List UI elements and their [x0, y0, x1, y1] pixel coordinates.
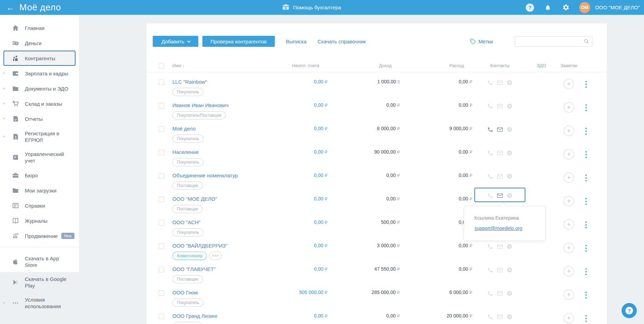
row-checkbox[interactable]	[159, 80, 164, 85]
row-menu-button[interactable]	[583, 151, 590, 158]
row-menu-button[interactable]	[583, 128, 590, 135]
sidebar-item-sklad-i-zakazy[interactable]: +Склад и заказы	[3, 96, 76, 111]
phone-icon[interactable]	[487, 290, 493, 296]
contractor-name-link[interactable]: ООО Гранд Лизинг	[172, 313, 218, 319]
mail-icon[interactable]	[497, 192, 503, 199]
unpaid-amount-link[interactable]: 0,00₽	[276, 238, 328, 248]
add-note-button[interactable]: +	[564, 266, 574, 276]
phone-icon[interactable]	[487, 267, 493, 273]
skype-icon[interactable]: S	[506, 103, 513, 109]
add-note-button[interactable]: +	[564, 243, 574, 253]
unpaid-amount-link[interactable]: 505 000,00₽	[276, 285, 328, 295]
floating-help-button[interactable]: ?	[622, 303, 637, 318]
skype-icon[interactable]: S	[506, 290, 513, 296]
phone-icon[interactable]	[487, 243, 493, 250]
sidebar-item-usloviya[interactable]: +Условия использования	[3, 293, 76, 313]
sidebar-item-dokumenty-i-edo[interactable]: +Документы и ЭДО	[3, 81, 76, 96]
sidebar-item-byuro[interactable]: Бюро	[3, 168, 76, 183]
sidebar-item-upravlencheskiy-uchet[interactable]: ₽Управленческий учет	[3, 147, 76, 168]
phone-icon[interactable]	[487, 150, 493, 156]
row-checkbox[interactable]	[159, 173, 164, 179]
skype-icon[interactable]: S	[506, 80, 513, 86]
phone-icon[interactable]	[487, 126, 493, 133]
sidebar-item-zhurnaly[interactable]: Журналы	[3, 213, 76, 228]
unpaid-amount-link[interactable]: 0,00₽	[276, 74, 328, 84]
skype-icon[interactable]: S	[506, 192, 513, 199]
unpaid-amount-link[interactable]: 0,00₽	[276, 121, 328, 131]
row-checkbox[interactable]	[159, 197, 164, 202]
phone-icon[interactable]	[487, 192, 493, 199]
row-checkbox[interactable]	[159, 314, 164, 319]
row-checkbox[interactable]	[159, 220, 164, 226]
skype-icon[interactable]: S	[506, 243, 513, 250]
add-note-button[interactable]: +	[564, 313, 574, 323]
skype-icon[interactable]: S	[506, 150, 513, 156]
mail-icon[interactable]	[497, 126, 503, 133]
row-checkbox[interactable]	[159, 150, 164, 155]
sidebar-item-dengi[interactable]: ₽Деньги	[3, 35, 76, 51]
row-menu-button[interactable]	[583, 292, 590, 299]
add-note-button[interactable]: +	[564, 102, 574, 113]
add-note-button[interactable]: +	[564, 196, 574, 206]
sidebar-item-moi-zagruzki[interactable]: Мои загрузки	[3, 183, 76, 198]
download-directory-link[interactable]: Скачать справочник	[318, 39, 366, 44]
contractor-name-link[interactable]: Моё дело	[172, 126, 195, 132]
mail-icon[interactable]	[497, 103, 503, 109]
row-checkbox[interactable]	[159, 290, 164, 296]
add-note-button[interactable]: +	[564, 173, 574, 183]
column-header-name[interactable]: Имя ↓	[172, 63, 276, 68]
row-menu-button[interactable]	[583, 81, 590, 88]
row-checkbox[interactable]	[159, 103, 164, 108]
mail-icon[interactable]	[497, 267, 503, 273]
phone-icon[interactable]	[487, 314, 493, 320]
unpaid-amount-link[interactable]: 0,00₽	[276, 261, 328, 272]
contractor-name-link[interactable]: ООО "МОЕ ДЕЛО"	[172, 196, 217, 202]
check-contractors-button[interactable]: Проверка контрагентов	[202, 36, 275, 47]
skype-icon[interactable]: S	[506, 267, 513, 273]
contractor-name-link[interactable]: Население	[172, 149, 199, 155]
column-header-unpaid[interactable]: Неопл. счета	[276, 63, 328, 68]
mail-icon[interactable]	[497, 173, 503, 179]
column-header-income[interactable]: Доход	[328, 63, 400, 68]
contractor-name-link[interactable]: ООО "ВАЙЛДБЕРРИЗ"	[172, 243, 228, 249]
add-note-button[interactable]: +	[564, 79, 574, 89]
row-menu-button[interactable]	[583, 221, 590, 228]
row-menu-button[interactable]	[583, 198, 590, 205]
contact-email-link[interactable]: support@moedelo.org	[474, 226, 522, 231]
row-menu-button[interactable]	[583, 175, 590, 181]
sidebar-item-prodvizhenie[interactable]: ПродвижениеNew	[3, 228, 76, 243]
settings-gear-icon[interactable]	[561, 3, 570, 12]
row-menu-button[interactable]	[583, 268, 590, 275]
unpaid-amount-link[interactable]: 0,00₽	[276, 191, 328, 201]
add-note-button[interactable]: +	[564, 149, 574, 159]
phone-icon[interactable]	[487, 173, 493, 179]
unpaid-amount-link[interactable]: 0,00₽	[276, 215, 328, 225]
add-button[interactable]: Добавить	[153, 36, 198, 47]
mail-icon[interactable]	[497, 243, 503, 250]
contractor-name-link[interactable]: Объединение номенклатур	[172, 173, 238, 178]
contractor-name-link[interactable]: LLC "Rainbow"	[172, 79, 207, 85]
back-arrow-icon[interactable]: ←	[6, 3, 14, 12]
mail-icon[interactable]	[497, 314, 503, 320]
sidebar-item-kontragenty[interactable]: Контрагенты	[3, 51, 76, 66]
sidebar-item-zarplata-i-kadry[interactable]: +Зарплата и кадры	[3, 66, 76, 81]
sidebar-item-glavnaya[interactable]: Главная	[3, 20, 76, 35]
skype-icon[interactable]: S	[506, 173, 513, 179]
unpaid-amount-link[interactable]: 0,00₽	[276, 168, 328, 178]
row-checkbox[interactable]	[159, 267, 164, 272]
phone-icon[interactable]	[487, 103, 493, 109]
mail-icon[interactable]	[497, 290, 503, 296]
account-avatar[interactable]: ОМ	[579, 2, 590, 13]
row-menu-button[interactable]	[583, 315, 590, 322]
column-header-expense[interactable]: Расход	[400, 63, 472, 68]
contractor-name-link[interactable]: ООО "ГЛАВУЧЕТ"	[172, 266, 215, 272]
search-input[interactable]	[515, 36, 584, 46]
search-icon[interactable]	[584, 39, 589, 44]
add-note-button[interactable]: +	[564, 126, 574, 136]
contractor-name-link[interactable]: Иванов Иван Иванович	[172, 102, 229, 108]
unpaid-amount-link[interactable]: 0,00₽	[276, 308, 328, 318]
row-menu-button[interactable]	[583, 104, 590, 111]
unpaid-amount-link[interactable]: 0,00₽	[276, 97, 328, 108]
help-icon[interactable]: ?	[525, 3, 534, 12]
account-name[interactable]: ООО "МОЕ ДЕЛО"	[595, 4, 640, 10]
